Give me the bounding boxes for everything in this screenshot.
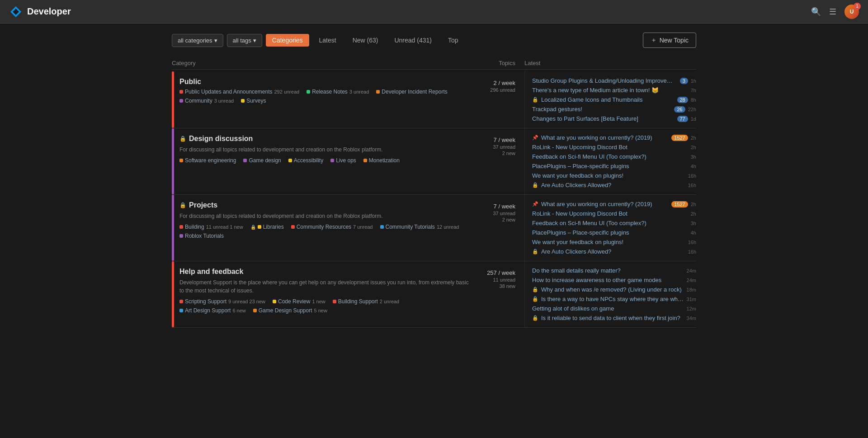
latest-topic-link[interactable]: RoLink - New Upcoming Discord Bot	[532, 144, 688, 151]
subcat-name-link[interactable]: Developer Incident Reports	[382, 89, 447, 95]
latest-topic-link[interactable]: We want your feedback on plugins!	[532, 239, 685, 245]
subcat-color-dot	[179, 90, 183, 94]
subcat-name-link[interactable]: Art Design Support	[185, 307, 231, 314]
category-row: 🔒Design discussionFor discussing all top…	[172, 128, 696, 195]
reply-count-badge: 3	[680, 78, 688, 84]
category-name[interactable]: 🔒Design discussion	[179, 135, 470, 143]
latest-item: 🔒Localized Game Icons and Thumbnails288h	[532, 95, 696, 104]
subcat-lock-icon: 🔒	[250, 225, 256, 230]
locked-icon: 🔒	[532, 249, 538, 254]
subcat-name-link[interactable]: Game Design Support	[259, 307, 312, 314]
latest-topic-link[interactable]: Why and when was /e removed? (Living und…	[541, 286, 684, 293]
subcat-color-dot	[288, 159, 292, 162]
category-name[interactable]: Help and feedback	[179, 268, 470, 276]
latest-time: 16h	[688, 183, 696, 188]
tab-top[interactable]: Top	[442, 34, 465, 47]
tab-categories[interactable]: Categories	[266, 34, 309, 47]
latest-topic-link[interactable]: RoLink - New Upcoming Discord Bot	[532, 210, 688, 217]
stat-unread: 37 unread	[493, 144, 515, 150]
subcategory-item: Community Tutorials12 unread	[380, 224, 459, 230]
subcategories: Public Updates and Announcements292 unre…	[179, 89, 470, 104]
subcat-color-dot	[380, 225, 384, 229]
subcategory-item: Monetization	[363, 157, 400, 164]
latest-topic-link[interactable]: PlacePlugins – Place-specific plugins	[532, 229, 688, 236]
tab-latest[interactable]: Latest	[313, 34, 343, 47]
latest-topic-link[interactable]: What are you working on currently? (2019…	[541, 134, 669, 141]
latest-topic-link[interactable]: We want your feedback on plugins!	[532, 172, 685, 179]
locked-icon: 🔒	[532, 182, 538, 188]
latest-topic-link[interactable]: Feedback on Sci-fi Menu UI (Too complex?…	[532, 153, 688, 160]
latest-topic-link[interactable]: Getting alot of dislikes on game	[532, 305, 684, 312]
latest-topic-link[interactable]: Trackpad gestures!	[532, 106, 671, 113]
subcat-name-link[interactable]: Software engineering	[185, 157, 236, 164]
new-topic-button[interactable]: ＋ New Topic	[643, 33, 696, 48]
latest-topic-link[interactable]: Are Auto Clickers Allowed?	[541, 182, 685, 188]
subcat-color-dot	[376, 90, 380, 94]
category-color-bar	[172, 128, 174, 194]
subcat-name-link[interactable]: Surveys	[246, 98, 266, 104]
tab-new[interactable]: New (63)	[346, 34, 385, 47]
subcat-name-link[interactable]: Community Tutorials	[386, 224, 435, 230]
subcat-name-link[interactable]: Roblox Tutorials	[185, 233, 224, 239]
subcat-color-dot	[179, 300, 183, 303]
latest-time: 3h	[691, 154, 696, 160]
latest-topic-link[interactable]: Changes to Part Surfaces [Beta Feature]	[532, 115, 675, 122]
stat-new: 38 new	[500, 283, 515, 289]
subcat-count: 11 unread 1 new	[206, 224, 243, 230]
latest-time: 16h	[688, 240, 696, 245]
subcat-name-link[interactable]: Accessibility	[294, 157, 323, 164]
latest-item: 📌What are you working on currently? (201…	[532, 133, 696, 142]
subcat-name-link[interactable]: Release Notes	[312, 89, 348, 95]
category-name[interactable]: 🔒Projects	[179, 201, 470, 209]
subcat-name-link[interactable]: Community	[185, 98, 212, 104]
latest-topic-link[interactable]: PlacePlugins – Place-specific plugins	[532, 163, 688, 170]
all-categories-filter[interactable]: all categories ▾	[172, 34, 223, 47]
tab-unread[interactable]: Unread (431)	[388, 34, 438, 47]
latest-topic-link[interactable]: Are Auto Clickers Allowed?	[541, 248, 685, 255]
category-latest: 📌What are you working on currently? (201…	[524, 128, 696, 194]
category-stats: 2 / week296 unread	[475, 71, 524, 128]
latest-topic-link[interactable]: Is it reliable to send data to client wh…	[541, 315, 684, 321]
subcat-name-link[interactable]: Community Resources	[297, 224, 351, 230]
latest-topic-link[interactable]: How to increase awareness to other game …	[532, 277, 684, 283]
subcat-color-dot	[179, 225, 183, 229]
subcat-name-link[interactable]: Code Review	[278, 298, 310, 305]
subcategory-item: Roblox Tutorials	[179, 233, 224, 239]
category-description: For discussing all topics related to dev…	[179, 212, 470, 220]
subcat-name-link[interactable]: Scripting Support	[185, 298, 226, 305]
hamburger-icon[interactable]: ☰	[829, 7, 836, 17]
category-name[interactable]: Public	[179, 78, 470, 86]
latest-time: 4h	[691, 164, 696, 169]
latest-topic-link[interactable]: Is there a way to have NPCs stay where t…	[541, 296, 684, 302]
subcat-count: 3 unread	[214, 98, 234, 104]
latest-topic-link[interactable]: Feedback on Sci-fi Menu UI (Too complex?…	[532, 220, 688, 226]
subcat-count: 292 unread	[274, 89, 299, 94]
subcat-name-link[interactable]: Building Support	[338, 298, 378, 305]
subcat-name-link[interactable]: Monetization	[369, 157, 400, 164]
latest-time: 16h	[688, 249, 696, 254]
subcategory-item: Surveys	[241, 98, 266, 104]
subcat-name-link[interactable]: Game design	[249, 157, 281, 164]
stat-new: 2 new	[502, 217, 515, 222]
latest-topic-link[interactable]: Localized Game Icons and Thumbnails	[541, 96, 675, 103]
all-tags-filter[interactable]: all tags ▾	[227, 34, 262, 47]
search-icon[interactable]: 🔍	[811, 7, 821, 17]
latest-topic-link[interactable]: There's a new type of Medium article in …	[532, 87, 688, 94]
subcat-color-dot	[253, 309, 257, 312]
user-avatar[interactable]: U 1	[844, 5, 859, 19]
latest-topic-link[interactable]: Do the small details really matter?	[532, 267, 684, 274]
latest-topic-link[interactable]: Studio Group Plugins & Loading/Unloading…	[532, 77, 677, 84]
subcat-name-link[interactable]: Building	[185, 224, 204, 230]
subcat-name-link[interactable]: Libraries	[263, 224, 284, 230]
latest-item: Changes to Part Surfaces [Beta Feature]7…	[532, 114, 696, 123]
chevron-down-icon: ▾	[253, 37, 256, 44]
stat-unread: 37 unread	[493, 211, 515, 216]
subcat-name-link[interactable]: Public Updates and Announcements	[185, 89, 272, 95]
subcategory-item: Community Resources7 unread	[291, 224, 373, 230]
latest-item: Studio Group Plugins & Loading/Unloading…	[532, 76, 696, 85]
subcategory-item: 🔒Libraries	[250, 224, 284, 230]
latest-time: 2h	[691, 211, 696, 217]
subcat-name-link[interactable]: Live ops	[336, 157, 356, 164]
latest-topic-link[interactable]: What are you working on currently? (2019…	[541, 201, 669, 207]
stat-new: 2 new	[502, 151, 515, 156]
